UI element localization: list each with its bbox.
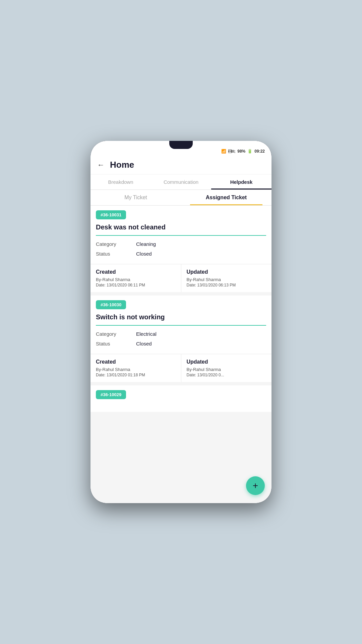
created-section-1: Created By-Rahul Sharma Date: 13/01/2020… <box>90 264 181 292</box>
updated-section-1: Updated By-Rahul Sharma Date: 13/01/2020… <box>181 264 272 292</box>
signal-icon: Ill; <box>228 150 236 153</box>
battery-icon: 🔋 <box>247 149 252 154</box>
updated-by-1: By-Rahul Sharma <box>187 277 266 282</box>
category-label: Category <box>96 241 136 247</box>
back-button[interactable]: ← <box>97 161 105 169</box>
battery-percent: 98% <box>237 149 245 154</box>
ticket-details-1: Category Cleaning Status Closed <box>90 236 272 262</box>
ticket-card-3: #36-10029 <box>90 385 272 412</box>
category-label-2: Category <box>96 331 136 337</box>
created-section-2: Created By-Rahul Sharma Date: 13/01/2020… <box>90 354 181 382</box>
status-value-1: Closed <box>136 251 152 257</box>
ticket-card-1: #36-10031 Desk was not cleaned Category … <box>90 206 272 292</box>
category-value-2: Electrical <box>136 331 157 337</box>
ticket-list: #36-10031 Desk was not cleaned Category … <box>90 206 272 503</box>
updated-section-2: Updated By-Rahul Sharma Date: 13/01/2020… <box>181 354 272 382</box>
ticket-title-1: Desk was not cleaned <box>90 222 272 235</box>
status-row-2: Status Closed <box>96 339 266 348</box>
category-row-2: Category Electrical <box>96 329 266 339</box>
created-date-2: Date: 13/01/2020 01:18 PM <box>96 373 176 377</box>
ticket-title-2: Switch is not working <box>90 312 272 325</box>
subtab-assigned-ticket[interactable]: Assigned Ticket <box>181 190 272 205</box>
created-date-1: Date: 13/01/2020 06:11 PM <box>96 283 176 287</box>
status-right: 📶 Ill; 98% 🔋 09:22 <box>221 149 265 154</box>
sub-tabs: My Ticket Assigned Ticket <box>90 190 272 206</box>
status-label: Status <box>96 251 136 257</box>
updated-heading-2: Updated <box>187 359 266 365</box>
created-heading-2: Created <box>96 359 176 365</box>
fab-plus-icon: + <box>253 480 258 491</box>
updated-date-2: Date: 13/01/2020 0... <box>187 373 266 377</box>
updated-date-1: Date: 13/01/2020 06:13 PM <box>187 283 266 287</box>
ticket-badge-2[interactable]: #36-10030 <box>96 300 126 309</box>
page-title: Home <box>110 160 134 170</box>
tab-breakdown[interactable]: Breakdown <box>90 174 151 190</box>
main-tabs: Breakdown Communication Helpdesk <box>90 174 272 190</box>
ticket-badge-1[interactable]: #36-10031 <box>96 210 126 219</box>
status-label-2: Status <box>96 341 136 346</box>
tab-communication[interactable]: Communication <box>151 174 211 190</box>
time: 09:22 <box>254 149 265 154</box>
created-heading-1: Created <box>96 269 176 275</box>
updated-by-2: By-Rahul Sharma <box>187 367 266 372</box>
created-by-2: By-Rahul Sharma <box>96 367 176 372</box>
status-row-1: Status Closed <box>96 249 266 259</box>
updated-heading-1: Updated <box>187 269 266 275</box>
category-value-1: Cleaning <box>136 241 156 247</box>
app-header: ← Home <box>90 156 272 174</box>
status-bar: 📶 Ill; 98% 🔋 09:22 <box>90 141 272 156</box>
ticket-card-2: #36-10030 Switch is not working Category… <box>90 296 272 382</box>
wifi-icon: 📶 <box>221 149 226 154</box>
subtab-my-ticket[interactable]: My Ticket <box>90 190 181 205</box>
ticket-details-2: Category Electrical Status Closed <box>90 326 272 352</box>
ticket-badge-3[interactable]: #36-10029 <box>96 390 126 399</box>
fab-add-button[interactable]: + <box>246 476 265 495</box>
status-value-2: Closed <box>136 341 152 346</box>
tab-helpdesk[interactable]: Helpdesk <box>211 174 272 190</box>
created-by-1: By-Rahul Sharma <box>96 277 176 282</box>
category-row-1: Category Cleaning <box>96 239 266 249</box>
ticket-meta-1: Created By-Rahul Sharma Date: 13/01/2020… <box>90 264 272 292</box>
ticket-meta-2: Created By-Rahul Sharma Date: 13/01/2020… <box>90 354 272 382</box>
